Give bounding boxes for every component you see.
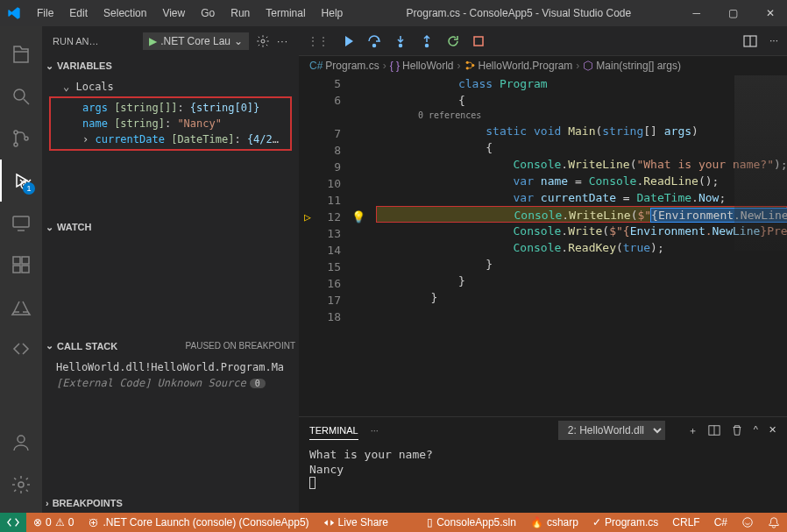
- svg-point-17: [426, 44, 429, 46]
- terminal-select[interactable]: 2: HelloWorld.dll: [558, 421, 665, 440]
- debug-sidebar: RUN AN… ▶ .NET Core Lau ⌄ ··· ⌄ VARIABLE…: [42, 26, 299, 513]
- maximize-panel-icon[interactable]: ^: [754, 424, 758, 437]
- eol-indicator[interactable]: CRLF: [665, 516, 706, 528]
- svg-rect-18: [474, 37, 483, 46]
- terminal-output[interactable]: What is your name? Nancy: [299, 443, 787, 513]
- remote-icon[interactable]: [0, 202, 42, 244]
- more-actions-icon[interactable]: ···: [769, 34, 778, 48]
- breakpoints-header[interactable]: › BREAKPOINTS: [42, 493, 299, 513]
- svg-point-13: [18, 482, 24, 487]
- window-controls: ─ ▢ ✕: [687, 4, 780, 23]
- explorer-icon[interactable]: [0, 33, 42, 75]
- svg-rect-6: [13, 216, 29, 227]
- liveshare-indicator[interactable]: Live Share: [316, 516, 395, 528]
- play-icon: ▶: [149, 35, 157, 47]
- menu-file[interactable]: File: [30, 4, 60, 23]
- testing-icon[interactable]: [0, 286, 42, 328]
- locals-scope[interactable]: ⌄ Locals: [42, 79, 299, 95]
- panel-more-icon[interactable]: ···: [371, 422, 379, 439]
- terminal-tab[interactable]: TERMINAL: [309, 422, 358, 440]
- accounts-icon[interactable]: [0, 422, 42, 464]
- menu-help[interactable]: Help: [315, 4, 351, 23]
- callstack-row[interactable]: HelloWorld.dll!HelloWorld.Program.Ma: [42, 359, 299, 375]
- language-mode[interactable]: C#: [707, 516, 734, 528]
- chevron-down-icon: ⌄: [63, 81, 69, 93]
- liveshare-icon[interactable]: [0, 328, 42, 370]
- watch-header[interactable]: ⌄ WATCH: [42, 217, 299, 237]
- variables-highlight-box: args [string[]]: {string[0]} name [strin…: [49, 96, 292, 151]
- svg-point-14: [261, 39, 265, 43]
- file-indicator[interactable]: ✓Program.cs: [585, 516, 665, 528]
- variable-row[interactable]: name [string]: "Nancy": [51, 116, 290, 131]
- split-terminal-icon[interactable]: [708, 424, 720, 437]
- vscode-logo-icon: [7, 6, 21, 20]
- svg-point-12: [18, 436, 25, 443]
- new-terminal-icon[interactable]: ＋: [688, 424, 698, 437]
- menu-run[interactable]: Run: [223, 4, 257, 23]
- grip-icon[interactable]: ⋮⋮: [308, 35, 329, 47]
- svg-point-0: [14, 89, 25, 100]
- launch-config-label: .NET Core Lau: [160, 35, 230, 47]
- problems-indicator[interactable]: ⊗0 ⚠0: [26, 516, 81, 528]
- close-button[interactable]: ✕: [761, 4, 780, 23]
- svg-point-15: [373, 44, 376, 46]
- minimize-button[interactable]: ─: [687, 4, 705, 23]
- remote-indicator[interactable]: [0, 513, 26, 532]
- variable-row[interactable]: › currentDate [DateTime]: {4/26/202…: [51, 131, 290, 147]
- callstack-header[interactable]: ⌄ CALL STACK PAUSED ON BREAKPOINT: [42, 337, 299, 356]
- csharp-lang-indicator[interactable]: 🔥csharp: [523, 516, 585, 528]
- terminal-panel: TERMINAL ··· 2: HelloWorld.dll ＋ ^ ✕ Wha…: [299, 416, 787, 513]
- debug-launch-indicator[interactable]: .NET Core Launch (console) (ConsoleApp5): [81, 516, 316, 528]
- menu-selection[interactable]: Selection: [96, 4, 153, 23]
- extensions-icon[interactable]: [0, 244, 42, 286]
- sidebar-title: RUN AN…: [53, 36, 136, 46]
- window-title: Program.cs - ConsoleApp5 - Visual Studio…: [350, 7, 687, 19]
- breadcrumb-file: C#Program.cs: [309, 60, 379, 72]
- more-icon[interactable]: ···: [277, 35, 288, 47]
- chevron-down-icon: ⌄: [46, 60, 53, 72]
- solution-indicator[interactable]: ▯ConsoleApp5.sln: [420, 516, 523, 528]
- menu-go[interactable]: Go: [194, 4, 222, 23]
- stop-button[interactable]: [472, 35, 485, 47]
- chevron-right-icon: ›: [46, 498, 49, 508]
- settings-gear-icon[interactable]: [0, 464, 42, 506]
- notifications-icon[interactable]: [761, 516, 787, 528]
- menu-terminal[interactable]: Terminal: [259, 4, 312, 23]
- continue-button[interactable]: [341, 34, 355, 48]
- search-icon[interactable]: [0, 75, 42, 117]
- breadcrumb-method: Main(string[] args): [583, 60, 681, 72]
- svg-line-1: [24, 99, 29, 104]
- source-control-icon[interactable]: [0, 117, 42, 160]
- menu-view[interactable]: View: [155, 4, 192, 23]
- launch-config-dropdown[interactable]: ▶ .NET Core Lau ⌄: [143, 32, 249, 50]
- minimap[interactable]: [734, 75, 787, 251]
- title-bar: FileEditSelectionViewGoRunTerminalHelp P…: [0, 0, 787, 26]
- code-editor[interactable]: ▷56789101112131415161718💡 class Program …: [299, 75, 787, 416]
- step-into-button[interactable]: [394, 34, 408, 48]
- kill-terminal-icon[interactable]: [731, 424, 743, 437]
- restart-button[interactable]: [446, 34, 460, 48]
- variables-header[interactable]: ⌄ VARIABLES: [42, 56, 299, 75]
- gear-icon[interactable]: [256, 34, 270, 48]
- svg-point-3: [14, 143, 18, 146]
- step-out-button[interactable]: [420, 34, 434, 48]
- chevron-down-icon: ⌄: [46, 222, 53, 233]
- svg-rect-11: [22, 257, 29, 264]
- close-panel-icon[interactable]: ✕: [769, 424, 776, 437]
- callstack-row[interactable]: [External Code] Unknown Source0: [42, 375, 299, 391]
- breadcrumb-namespace: { }HelloWorld: [390, 60, 454, 72]
- menu-edit[interactable]: Edit: [62, 4, 95, 23]
- run-debug-icon[interactable]: 1: [0, 160, 42, 202]
- svg-point-27: [743, 518, 753, 528]
- debug-toolbar: ⋮⋮ ···: [299, 26, 787, 56]
- step-over-button[interactable]: [367, 34, 381, 48]
- breadcrumbs[interactable]: C#Program.cs › { }HelloWorld › HelloWorl…: [299, 56, 787, 75]
- svg-rect-9: [13, 266, 20, 273]
- feedback-icon[interactable]: [734, 516, 761, 528]
- split-editor-icon[interactable]: [743, 34, 757, 48]
- activity-bar: 1: [0, 26, 42, 513]
- debug-badge: 1: [23, 182, 35, 195]
- svg-point-21: [465, 61, 468, 64]
- variable-row[interactable]: args [string[]]: {string[0]}: [51, 100, 290, 116]
- maximize-button[interactable]: ▢: [723, 4, 743, 23]
